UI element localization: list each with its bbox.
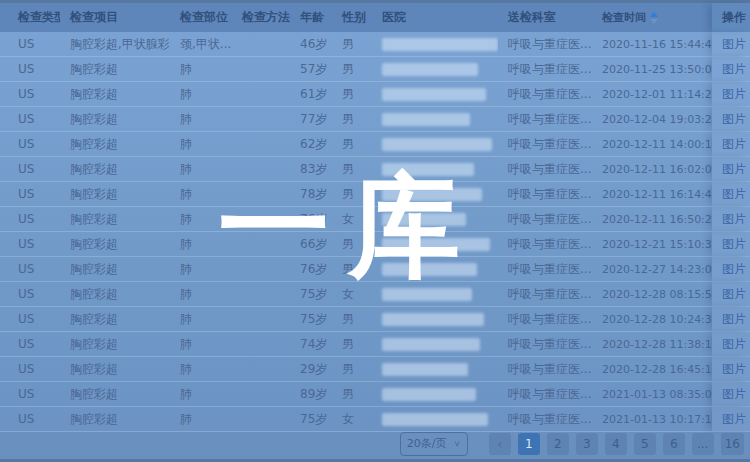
cell-type: US xyxy=(0,132,60,156)
cell-item: 胸腔彩超,甲状腺彩超 xyxy=(60,32,170,56)
cell-dept: 呼吸与重症医... xyxy=(498,282,592,306)
image-link[interactable]: 图片 xyxy=(722,311,746,328)
cell-dept: 呼吸与重症医... xyxy=(498,357,592,381)
column-header-time[interactable]: 检查时间 xyxy=(592,3,712,32)
cell-age: 75岁 xyxy=(290,282,332,306)
cell-gender: 男 xyxy=(332,82,372,106)
image-link[interactable]: 图片 xyxy=(722,186,746,203)
cell-gender: 男 xyxy=(332,357,372,381)
image-link[interactable]: 图片 xyxy=(722,286,746,303)
image-link[interactable]: 图片 xyxy=(722,411,746,428)
image-link[interactable]: 图片 xyxy=(722,386,746,403)
image-link[interactable]: 图片 xyxy=(722,236,746,253)
cell-dept: 呼吸与重症医... xyxy=(498,132,592,156)
table-row: US胸腔彩超肺89岁男呼吸与重症医...2021-01-13 08:35:05图… xyxy=(0,382,750,407)
cell-action: 图片 xyxy=(712,407,750,431)
cell-hospital xyxy=(372,107,498,131)
table-row: US胸腔彩超肺29岁男呼吸与重症医...2020-12-28 16:45:18图… xyxy=(0,357,750,382)
cell-item: 胸腔彩超 xyxy=(60,407,170,431)
page-button-6[interactable]: 6 xyxy=(663,433,685,455)
cell-time: 2020-12-21 15:10:33 xyxy=(592,232,712,256)
cell-method xyxy=(232,57,290,81)
cell-age: 57岁 xyxy=(290,57,332,81)
image-link[interactable]: 图片 xyxy=(722,36,746,53)
cell-hospital xyxy=(372,157,498,181)
cell-age: 46岁 xyxy=(290,32,332,56)
table-row: US胸腔彩超肺66岁男呼吸与重症医...2020-12-21 15:10:33图… xyxy=(0,232,750,257)
page-button-4[interactable]: 4 xyxy=(605,433,627,455)
cell-action: 图片 xyxy=(712,282,750,306)
page-button-3[interactable]: 3 xyxy=(576,433,598,455)
cell-dept: 呼吸与重症医... xyxy=(498,257,592,281)
cell-age: 76岁 xyxy=(290,207,332,231)
image-link[interactable]: 图片 xyxy=(722,111,746,128)
cell-gender: 男 xyxy=(332,232,372,256)
chevron-down-icon: ∨ xyxy=(453,439,460,448)
cell-hospital xyxy=(372,232,498,256)
image-link[interactable]: 图片 xyxy=(722,86,746,103)
cell-method xyxy=(232,232,290,256)
cell-type: US xyxy=(0,157,60,181)
cell-type: US xyxy=(0,182,60,206)
image-link[interactable]: 图片 xyxy=(722,61,746,78)
cell-hospital xyxy=(372,357,498,381)
cell-hospital xyxy=(372,382,498,406)
redacted-hospital-value xyxy=(382,413,488,426)
pagination: 20条/页 ∨ ‹ 123456...16 xyxy=(0,432,750,462)
cell-age: 78岁 xyxy=(290,182,332,206)
cell-gender: 男 xyxy=(332,257,372,281)
image-link[interactable]: 图片 xyxy=(722,136,746,153)
cell-item: 胸腔彩超 xyxy=(60,307,170,331)
cell-age: 66岁 xyxy=(290,232,332,256)
cell-item: 胸腔彩超 xyxy=(60,382,170,406)
page-button-2[interactable]: 2 xyxy=(547,433,569,455)
page-button-1[interactable]: 1 xyxy=(518,433,540,455)
cell-item: 胸腔彩超 xyxy=(60,157,170,181)
image-link[interactable]: 图片 xyxy=(722,161,746,178)
cell-time: 2020-12-28 08:15:51 xyxy=(592,282,712,306)
cell-action: 图片 xyxy=(712,207,750,231)
cell-method xyxy=(232,407,290,431)
cell-dept: 呼吸与重症医... xyxy=(498,332,592,356)
table-row: US胸腔彩超肺83岁男呼吸与重症医...2020-12-11 16:02:05图… xyxy=(0,157,750,182)
cell-method xyxy=(232,157,290,181)
cell-type: US xyxy=(0,382,60,406)
image-link[interactable]: 图片 xyxy=(722,211,746,228)
cell-time: 2020-12-28 16:45:18 xyxy=(592,357,712,381)
sort-desc-icon[interactable] xyxy=(650,19,658,24)
cell-item: 胸腔彩超 xyxy=(60,82,170,106)
cell-dept: 呼吸与重症医... xyxy=(498,157,592,181)
cell-time: 2020-12-27 14:23:04 xyxy=(592,257,712,281)
image-link[interactable]: 图片 xyxy=(722,261,746,278)
cell-action: 图片 xyxy=(712,157,750,181)
cell-time: 2020-12-04 19:03:24 xyxy=(592,107,712,131)
cell-type: US xyxy=(0,307,60,331)
sort-carets-icon[interactable] xyxy=(650,12,658,24)
cell-time: 2020-12-11 16:14:49 xyxy=(592,182,712,206)
image-link[interactable]: 图片 xyxy=(722,361,746,378)
cell-action: 图片 xyxy=(712,82,750,106)
page-buttons: 123456...16 xyxy=(518,433,744,455)
image-link[interactable]: 图片 xyxy=(722,336,746,353)
column-header-action: 操作 xyxy=(712,3,750,32)
cell-hospital xyxy=(372,407,498,431)
cell-part: 肺 xyxy=(170,232,232,256)
table-row: US胸腔彩超肺77岁男呼吸与重症医...2020-12-04 19:03:24图… xyxy=(0,107,750,132)
sort-asc-icon[interactable] xyxy=(650,12,658,17)
cell-item: 胸腔彩超 xyxy=(60,357,170,381)
cell-gender: 女 xyxy=(332,407,372,431)
cell-type: US xyxy=(0,82,60,106)
cell-item: 胸腔彩超 xyxy=(60,107,170,131)
page-button-16[interactable]: 16 xyxy=(721,433,744,455)
page-size-select[interactable]: 20条/页 ∨ xyxy=(400,432,468,456)
cell-dept: 呼吸与重症医... xyxy=(498,307,592,331)
table-row: US胸腔彩超肺57岁男呼吸与重症医...2020-11-25 13:50:01图… xyxy=(0,57,750,82)
page-ellipsis-button[interactable]: ... xyxy=(692,433,714,455)
page-button-5[interactable]: 5 xyxy=(634,433,656,455)
cell-part: 肺 xyxy=(170,57,232,81)
prev-page-button[interactable]: ‹ xyxy=(489,433,511,455)
redacted-hospital-value xyxy=(382,188,482,201)
column-header-part: 检查部位 xyxy=(170,3,232,32)
page-size-label: 20条/页 xyxy=(407,436,447,451)
cell-dept: 呼吸与重症医... xyxy=(498,232,592,256)
